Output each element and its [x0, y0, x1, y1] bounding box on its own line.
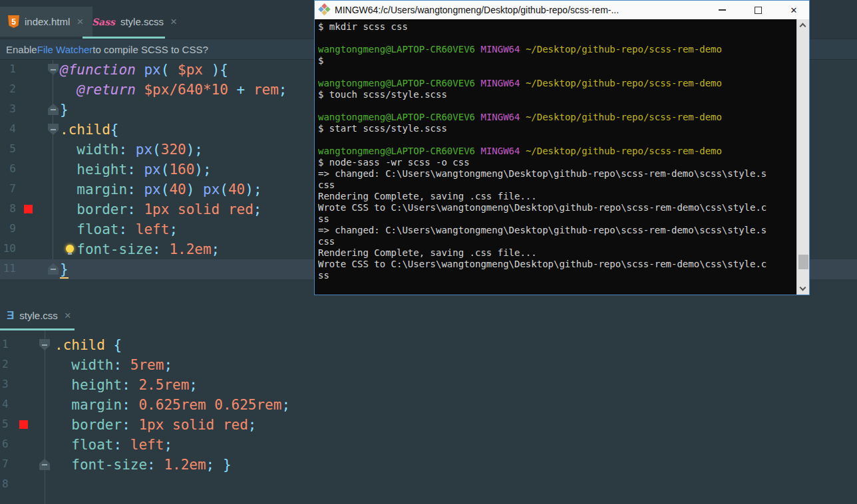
- line-number: 11: [0, 262, 16, 275]
- code-line: 1.child {: [0, 335, 857, 355]
- scroll-up-icon[interactable]: [800, 23, 806, 30]
- mingw-app-icon: [317, 3, 331, 17]
- html5-file-icon: 5: [8, 15, 19, 28]
- terminal-output: $ mkdir scss css wangtongmeng@LAPTOP-CR6…: [318, 21, 794, 295]
- maximize-icon: [755, 7, 762, 14]
- terminal-line: $ start scss/style.scss: [318, 123, 794, 134]
- terminal-line: Wrote CSS to C:\Users\wangtongmeng\Deskt…: [318, 202, 794, 213]
- code-text: float: left;: [0, 435, 857, 455]
- banner-text: Enable: [6, 44, 37, 55]
- line-number: 10: [0, 242, 16, 255]
- file-watcher-link[interactable]: File Watcher: [37, 44, 93, 55]
- code-text: height: 2.5rem;: [0, 375, 857, 395]
- code-text: font-size: 1.2em; }: [0, 455, 857, 475]
- terminal-line: wangtongmeng@LAPTOP-CR60VEV6 MINGW64 ~/D…: [318, 146, 794, 157]
- minimize-icon: [719, 9, 726, 11]
- ide-screen: 5 index.html × Sass style.scss × Enable …: [0, 0, 857, 504]
- line-number: 7: [0, 182, 16, 195]
- tab-label: style.css: [19, 310, 58, 321]
- terminal-line: Rendering Complete, saving .css file...: [318, 247, 794, 259]
- line-number: 1: [2, 338, 15, 350]
- line-number: 9: [0, 222, 16, 235]
- code-text: width: 5rem;: [0, 355, 857, 375]
- banner-text: to compile SCSS to CSS?: [92, 44, 208, 55]
- terminal-line: css: [318, 180, 794, 191]
- code-text: margin: 0.625rem 0.625rem;: [0, 395, 857, 415]
- terminal-line: => changed: C:\Users\wangtongmeng\Deskto…: [318, 168, 794, 180]
- tab-label: style.scss: [120, 16, 164, 27]
- line-number: 1: [0, 63, 16, 75]
- intention-bulb-icon[interactable]: [66, 245, 74, 253]
- scrollbar-thumb[interactable]: [798, 255, 808, 269]
- code-line: 7 font-size: 1.2em; }: [0, 455, 857, 475]
- terminal-line: wangtongmeng@LAPTOP-CR60VEV6 MINGW64 ~/D…: [318, 44, 794, 55]
- terminal-line: $ mkdir scss css: [318, 21, 794, 33]
- terminal-line: => changed: C:\Users\wangtongmeng\Deskto…: [318, 225, 794, 236]
- line-number: 6: [2, 438, 15, 450]
- line-number: 2: [2, 358, 15, 370]
- close-tab-icon[interactable]: ×: [169, 16, 178, 27]
- tab-style-css[interactable]: Ǝ style.css ×: [0, 303, 79, 327]
- sass-file-icon: Sass: [92, 17, 115, 27]
- terminal-title: MINGW64:/c/Users/wangtongmeng/Desktop/gi…: [335, 5, 701, 15]
- css-editor-tab-bar: Ǝ style.css ×: [0, 299, 857, 330]
- terminal-line: Rendering Complete, saving .css file...: [318, 191, 794, 202]
- close-tab-icon[interactable]: ×: [63, 310, 73, 321]
- css-editor[interactable]: 1.child {2 width: 5rem;3 height: 2.5rem;…: [0, 330, 857, 504]
- terminal-line: css: [318, 236, 794, 247]
- line-number: 3: [2, 378, 15, 390]
- scroll-down-icon[interactable]: [800, 285, 806, 291]
- close-icon: ✕: [790, 5, 798, 15]
- terminal-line: [318, 33, 794, 44]
- line-number: 6: [0, 162, 16, 175]
- line-number: 3: [0, 102, 16, 115]
- color-swatch-red[interactable]: [19, 420, 28, 429]
- terminal-line: ss: [318, 213, 794, 225]
- code-text: border: 1px solid red;: [0, 415, 857, 435]
- terminal-line: ss: [318, 270, 794, 281]
- terminal-title-bar[interactable]: MINGW64:/c/Users/wangtongmeng/Desktop/gi…: [315, 1, 809, 19]
- terminal-line: $ node-sass -wr scss -o css: [318, 157, 794, 168]
- code-line: 4 margin: 0.625rem 0.625rem;: [0, 395, 857, 415]
- line-number: 2: [0, 82, 16, 95]
- terminal-line: wangtongmeng@LAPTOP-CR60VEV6 MINGW64 ~/D…: [318, 112, 794, 123]
- css-file-icon: Ǝ: [7, 310, 14, 321]
- minimize-button[interactable]: [707, 1, 737, 19]
- line-number: 8: [0, 202, 16, 215]
- terminal-body[interactable]: $ mkdir scss css wangtongmeng@LAPTOP-CR6…: [315, 19, 809, 295]
- code-line: 6 float: left;: [0, 435, 857, 455]
- line-number: 4: [2, 398, 15, 410]
- line-number: 7: [2, 457, 15, 470]
- line-number: 4: [0, 122, 16, 135]
- terminal-line: [318, 66, 794, 78]
- color-swatch-red[interactable]: [24, 205, 33, 213]
- code-line: 8: [0, 475, 857, 495]
- tab-style-scss[interactable]: Sass style.scss ×: [84, 7, 186, 37]
- terminal-scrollbar[interactable]: [796, 19, 809, 295]
- tab-index-html[interactable]: 5 index.html ×: [0, 7, 92, 37]
- code-text: .child {: [0, 335, 857, 355]
- code-line: 3 height: 2.5rem;: [0, 375, 857, 395]
- terminal-line: $: [318, 55, 794, 66]
- terminal-line: wangtongmeng@LAPTOP-CR60VEV6 MINGW64 ~/D…: [318, 78, 794, 89]
- line-number: 5: [2, 418, 15, 430]
- code-line: 2 width: 5rem;: [0, 355, 857, 375]
- line-number: 5: [0, 142, 16, 155]
- tab-label: index.html: [25, 16, 70, 27]
- close-window-button[interactable]: ✕: [778, 1, 809, 19]
- terminal-window: MINGW64:/c/Users/wangtongmeng/Desktop/gi…: [314, 0, 810, 295]
- line-number: 8: [2, 477, 15, 490]
- terminal-line: $ touch scss/style.scss: [318, 89, 794, 100]
- terminal-line: [318, 134, 794, 146]
- maximize-button[interactable]: [743, 1, 773, 19]
- code-line: 5 border: 1px solid red;: [0, 415, 857, 435]
- terminal-line: Wrote CSS to C:\Users\wangtongmeng\Deskt…: [318, 259, 794, 270]
- terminal-line: [318, 100, 794, 112]
